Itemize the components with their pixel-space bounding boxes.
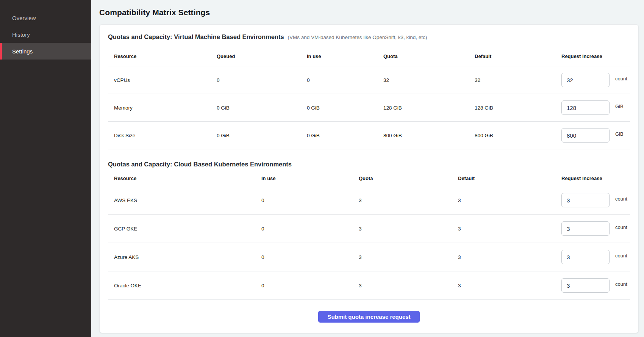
unit-label: count — [615, 196, 627, 202]
column-header-queued: Queued — [217, 53, 307, 59]
section-heading: Quotas and Capacity: Virtual Machine Bas… — [108, 33, 284, 41]
column-header-request-increase: Request Increase — [561, 53, 630, 59]
request-increase-input-aws-eks[interactable] — [561, 193, 610, 207]
vm-quotas-section: Quotas and Capacity: Virtual Machine Bas… — [108, 25, 630, 149]
resource-name: AWS EKS — [108, 197, 261, 203]
column-header-resource: Resource — [108, 176, 261, 181]
column-header-in-use: In use — [307, 53, 383, 59]
cell-quota: 3 — [359, 197, 458, 203]
request-increase-input-oracle-oke[interactable] — [561, 278, 610, 293]
table-row-azure-aks: Azure AKS033count — [108, 243, 630, 271]
cell-default: 3 — [458, 197, 561, 203]
cell-in-use: 0 GiB — [307, 105, 383, 111]
sidebar-item-overview[interactable]: Overview — [0, 9, 91, 26]
table-row-disk-size: Disk Size0 GiB0 GiB800 GiB800 GiBGiB — [108, 122, 630, 149]
table-row-gcp-gke: GCP GKE033count — [108, 215, 630, 243]
unit-label: GiB — [615, 131, 624, 137]
cell-in-use: 0 — [261, 226, 359, 232]
sidebar: OverviewHistorySettings — [0, 0, 91, 337]
cell-queued: 0 GiB — [217, 133, 307, 138]
settings-card: Quotas and Capacity: Virtual Machine Bas… — [99, 24, 639, 333]
table-row-aws-eks: AWS EKS033count — [108, 186, 630, 215]
request-increase-cell: count — [561, 221, 630, 236]
cell-default: 800 GiB — [475, 133, 561, 138]
cell-quota: 800 GiB — [383, 133, 475, 138]
unit-label: count — [615, 224, 627, 230]
request-increase-input-disk-size[interactable] — [561, 128, 610, 143]
sidebar-item-settings[interactable]: Settings — [0, 43, 91, 60]
request-increase-cell: count — [561, 73, 630, 87]
submit-quota-increase-button[interactable]: Submit quota increase request — [318, 311, 419, 323]
table-body: AWS EKS033countGCP GKE033countAzure AKS0… — [108, 186, 630, 300]
column-header-request-increase: Request Increase — [561, 176, 630, 181]
table-body: vCPUs003232countMemory0 GiB0 GiB128 GiB1… — [108, 66, 630, 149]
unit-label: count — [615, 253, 627, 259]
cloud-quotas-section: Quotas and Capacity: Cloud Based Kuberne… — [108, 149, 630, 300]
resource-name: Memory — [108, 105, 217, 111]
cell-quota: 128 GiB — [383, 105, 475, 111]
request-increase-cell: count — [561, 193, 630, 207]
request-increase-cell: GiB — [561, 128, 630, 143]
cell-in-use: 0 — [307, 77, 383, 83]
request-increase-input-gcp-gke[interactable] — [561, 221, 610, 236]
section-heading: Quotas and Capacity: Cloud Based Kuberne… — [108, 161, 292, 168]
column-header-default: Default — [475, 53, 561, 59]
unit-label: count — [615, 281, 627, 287]
table-header-row: ResourceQueuedIn useQuotaDefaultRequest … — [108, 47, 630, 66]
resource-name: GCP GKE — [108, 226, 261, 232]
column-header-quota: Quota — [359, 176, 458, 181]
request-increase-cell: count — [561, 278, 630, 293]
request-increase-cell: GiB — [561, 100, 630, 115]
cell-quota: 32 — [383, 77, 475, 83]
resource-name: Disk Size — [108, 133, 217, 138]
table-row-oracle-oke: Oracle OKE033count — [108, 271, 630, 300]
cell-quota: 3 — [359, 254, 458, 260]
app-window: OverviewHistorySettings Compatibility Ma… — [0, 0, 644, 337]
resource-name: Azure AKS — [108, 254, 261, 260]
cell-quota: 3 — [359, 283, 458, 288]
sidebar-nav: OverviewHistorySettings — [0, 9, 91, 60]
cell-default: 128 GiB — [475, 105, 561, 111]
resource-name: vCPUs — [108, 77, 217, 83]
column-header-default: Default — [458, 176, 561, 181]
cell-quota: 3 — [359, 226, 458, 232]
section-subheading: (VMs and VM-based Kubernetes like OpenSh… — [288, 34, 427, 40]
cell-queued: 0 GiB — [217, 105, 307, 111]
cell-default: 3 — [458, 283, 561, 288]
column-header-quota: Quota — [383, 53, 475, 59]
request-increase-input-memory[interactable] — [561, 100, 610, 115]
column-header-resource: Resource — [108, 53, 217, 59]
cell-in-use: 0 — [261, 197, 359, 203]
sidebar-item-history[interactable]: History — [0, 26, 91, 43]
request-increase-input-azure-aks[interactable] — [561, 250, 610, 264]
page-title: Compatibility Matrix Settings — [99, 8, 639, 17]
section-heading-row: Quotas and Capacity: Cloud Based Kuberne… — [108, 149, 630, 168]
cell-queued: 0 — [217, 77, 307, 83]
main-content: Compatibility Matrix Settings Quotas and… — [91, 0, 644, 337]
cell-default: 32 — [475, 77, 561, 83]
table-header-row: ResourceIn useQuotaDefaultRequest Increa… — [108, 171, 630, 186]
cell-in-use: 0 — [261, 283, 359, 288]
cell-default: 3 — [458, 226, 561, 232]
request-increase-cell: count — [561, 250, 630, 264]
resource-name: Oracle OKE — [108, 283, 261, 288]
button-row: Submit quota increase request — [108, 300, 630, 323]
column-header-in-use: In use — [261, 176, 359, 181]
cell-in-use: 0 — [261, 254, 359, 260]
cell-default: 3 — [458, 254, 561, 260]
unit-label: GiB — [615, 103, 624, 109]
table-row-memory: Memory0 GiB0 GiB128 GiB128 GiBGiB — [108, 94, 630, 122]
request-increase-input-vcpus[interactable] — [561, 73, 610, 87]
section-heading-row: Quotas and Capacity: Virtual Machine Bas… — [108, 25, 630, 41]
unit-label: count — [615, 76, 627, 82]
table-row-vcpus: vCPUs003232count — [108, 66, 630, 94]
cell-in-use: 0 GiB — [307, 133, 383, 138]
